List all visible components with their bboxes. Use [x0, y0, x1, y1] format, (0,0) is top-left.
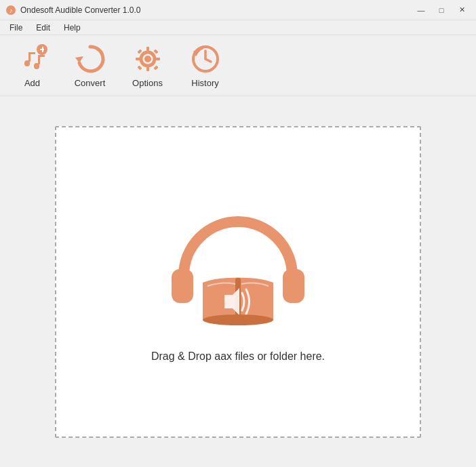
svg-rect-11 — [42, 47, 43, 52]
history-button[interactable]: History — [180, 39, 231, 93]
menu-bar: File Edit Help — [0, 20, 476, 35]
options-icon — [132, 43, 164, 75]
svg-rect-15 — [146, 67, 149, 71]
convert-button[interactable]: Convert — [64, 39, 115, 93]
svg-rect-16 — [136, 58, 140, 60]
svg-point-30 — [203, 314, 273, 325]
menu-edit[interactable]: Edit — [29, 22, 57, 34]
svg-text:♪: ♪ — [9, 7, 13, 14]
svg-rect-19 — [153, 49, 158, 54]
svg-line-24 — [205, 59, 211, 62]
drop-zone-illustration — [157, 201, 319, 337]
close-button[interactable]: ✕ — [453, 3, 471, 17]
svg-rect-17 — [156, 58, 160, 60]
drop-zone-text: Drag & Drop aax files or folder here. — [151, 350, 325, 363]
svg-rect-26 — [172, 269, 193, 303]
svg-rect-21 — [153, 65, 158, 70]
menu-help[interactable]: Help — [57, 22, 87, 34]
main-content: Drag & Drop aax files or folder here. — [0, 96, 476, 467]
svg-rect-20 — [137, 65, 142, 70]
svg-rect-5 — [28, 52, 35, 54]
options-button[interactable]: Options — [122, 39, 173, 93]
svg-rect-27 — [283, 269, 304, 303]
drop-zone[interactable]: Drag & Drop aax files or folder here. — [55, 126, 421, 438]
svg-rect-18 — [137, 49, 142, 54]
convert-label: Convert — [75, 78, 106, 88]
maximize-button[interactable]: □ — [433, 3, 450, 17]
toolbar: Add Convert Options — [0, 35, 476, 96]
svg-rect-8 — [38, 55, 45, 57]
add-icon — [16, 43, 49, 75]
title-bar: ♪ Ondesoft Audible Converter 1.0.0 — □ ✕ — [0, 0, 476, 20]
menu-file[interactable]: File — [3, 22, 29, 34]
svg-rect-14 — [146, 47, 149, 51]
history-label: History — [191, 78, 218, 88]
add-button[interactable]: Add — [7, 39, 58, 93]
history-icon — [189, 43, 222, 75]
app-icon: ♪ — [5, 5, 16, 16]
window-controls: — □ ✕ — [412, 3, 471, 17]
window-title: Ondesoft Audible Converter 1.0.0 — [20, 5, 140, 15]
add-label: Add — [24, 78, 40, 88]
svg-point-13 — [144, 56, 151, 62]
options-label: Options — [132, 78, 163, 88]
convert-icon — [74, 43, 106, 75]
svg-marker-12 — [75, 56, 83, 63]
minimize-button[interactable]: — — [412, 3, 430, 17]
